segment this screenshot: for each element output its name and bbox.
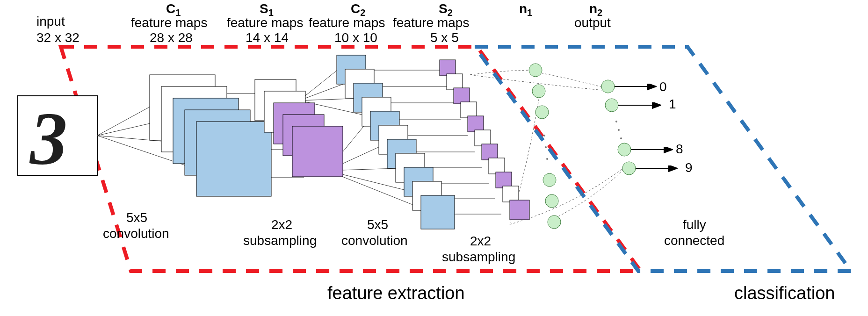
col-input-sub: 32 x 32: [36, 30, 80, 45]
col-c1-title: feature maps: [131, 15, 207, 30]
col-c2-title: feature maps: [309, 15, 385, 30]
op-fc: fullyconnected: [664, 217, 724, 248]
svg-point-76: [615, 121, 617, 122]
svg-point-64: [532, 85, 545, 98]
c1-stack: [150, 75, 271, 196]
col-s1-title: feature maps: [227, 15, 303, 30]
n1-neurons: [529, 64, 561, 229]
col-c2-sub: 10 x 10: [334, 30, 377, 45]
n1-ellipsis: [543, 135, 548, 160]
out-9: 9: [685, 160, 693, 175]
svg-point-67: [545, 194, 558, 208]
svg-point-66: [543, 173, 556, 187]
c2-stack: [337, 55, 455, 229]
op-sub2: 2x2subsampling: [442, 234, 515, 264]
op-conv2: 5x5convolution: [341, 217, 408, 248]
svg-rect-61: [503, 186, 519, 202]
col-s1-sub: 14 x 14: [246, 30, 289, 45]
svg-rect-62: [510, 200, 529, 220]
svg-point-65: [535, 106, 549, 119]
col-n2-title: output: [574, 15, 611, 30]
svg-point-69: [543, 135, 545, 136]
svg-rect-40: [292, 126, 343, 177]
svg-rect-35: [196, 122, 271, 196]
out-8: 8: [676, 142, 683, 156]
region-labels: feature extraction classification: [327, 283, 835, 303]
svg-point-77: [618, 129, 620, 131]
svg-point-78: [620, 137, 622, 139]
col-input-title: input: [36, 14, 65, 29]
svg-rect-56: [468, 116, 484, 132]
svg-rect-52: [440, 60, 456, 76]
svg-rect-57: [475, 130, 491, 146]
svg-rect-58: [482, 144, 498, 160]
svg-point-68: [548, 215, 561, 229]
svg-point-74: [618, 143, 631, 156]
svg-point-73: [605, 99, 618, 112]
col-n1-bold: n1: [519, 1, 532, 18]
column-headers: input 32 x 32 C1 feature maps 28 x 28 S1…: [36, 1, 611, 45]
input-image: 3: [18, 96, 97, 180]
svg-rect-59: [489, 158, 505, 174]
svg-rect-60: [496, 172, 512, 188]
svg-rect-53: [447, 74, 463, 90]
svg-point-72: [601, 80, 615, 93]
svg-rect-51: [421, 195, 455, 229]
output-labels: 0 1 8 9: [659, 79, 693, 175]
out-0: 0: [659, 79, 667, 94]
out-1: 1: [669, 97, 676, 111]
operation-labels: 5x5convolution 2x2subsampling 5x5convolu…: [103, 210, 724, 264]
svg-text:3: 3: [29, 97, 67, 180]
svg-point-75: [622, 162, 636, 175]
n2-neurons: [601, 80, 636, 175]
op-sub1: 2x2subsampling: [243, 217, 317, 248]
label-feature-extraction: feature extraction: [327, 283, 465, 303]
svg-rect-54: [454, 88, 470, 104]
svg-point-71: [546, 158, 548, 160]
svg-point-63: [529, 64, 542, 77]
svg-point-70: [545, 146, 547, 148]
label-classification: classification: [734, 283, 835, 303]
n2-ellipsis: [615, 121, 622, 139]
col-c1-sub: 28 x 28: [150, 30, 193, 45]
col-s2-sub: 5 x 5: [430, 30, 459, 45]
cnn-diagram: input 32 x 32 C1 feature maps 28 x 28 S1…: [0, 0, 868, 316]
svg-rect-55: [461, 102, 477, 118]
col-s2-title: feature maps: [393, 15, 469, 30]
